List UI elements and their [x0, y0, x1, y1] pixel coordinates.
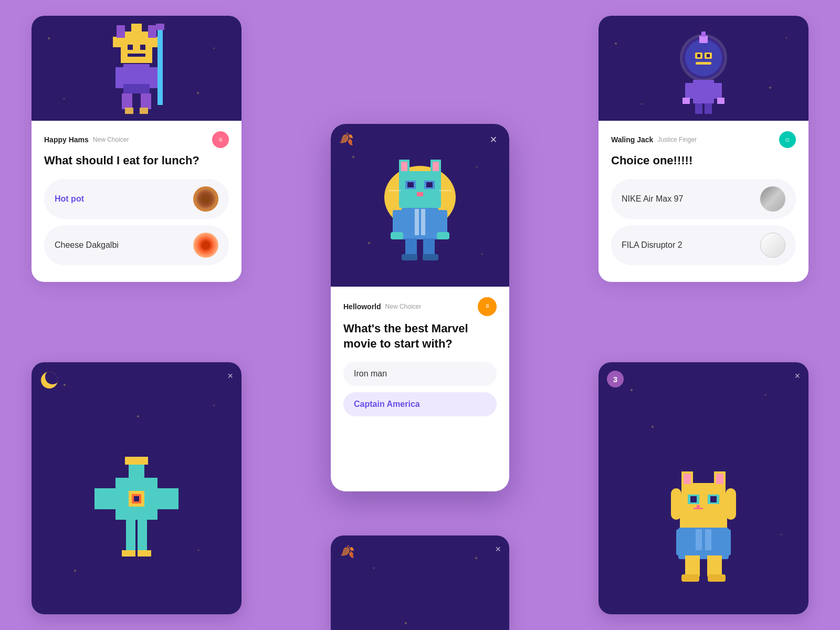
svg-rect-57: [710, 496, 717, 502]
center-choice-item-1[interactable]: Iron man: [343, 362, 497, 386]
svg-rect-85: [402, 208, 438, 239]
svg-rect-86: [415, 209, 419, 235]
svg-rect-10: [123, 84, 150, 93]
card-bottom-center: 🍂 ×: [331, 536, 509, 630]
star-decoration: [780, 533, 782, 536]
star-decoration: [197, 549, 200, 551]
star-decoration: [74, 569, 77, 572]
svg-rect-27: [699, 36, 708, 43]
choice-item-nike[interactable]: NIKE Air Max 97: [611, 179, 796, 219]
svg-rect-25: [707, 54, 710, 57]
svg-rect-64: [676, 529, 690, 555]
svg-rect-17: [117, 25, 125, 38]
close-button-bottom-center[interactable]: ×: [495, 544, 501, 555]
user-badge-right: ☺: [779, 131, 796, 148]
card-username-right: Waling Jack: [611, 135, 653, 144]
center-card-meta: Helloworld New Choicer ⠿: [343, 297, 497, 316]
svg-rect-68: [685, 555, 700, 576]
svg-rect-91: [437, 232, 449, 239]
pixel-character-totem: [84, 436, 189, 604]
close-button-bottom-right[interactable]: ×: [794, 371, 800, 382]
svg-rect-24: [697, 54, 700, 57]
svg-rect-42: [129, 462, 144, 480]
center-choice-item-2[interactable]: Captain America: [343, 392, 497, 416]
badge-icon-right: ☺: [784, 136, 791, 143]
card-content: Happy Hams New Choicer ≡ What should I e…: [32, 121, 242, 282]
svg-rect-30: [685, 83, 695, 99]
moon-icon: [41, 372, 58, 388]
choice-item-fila[interactable]: FILA Disruptor 2: [611, 225, 796, 265]
choice-label-1: Hot pot: [55, 194, 84, 204]
number-badge: 3: [607, 371, 624, 387]
star-decoration: [640, 103, 643, 105]
star-decoration: [373, 567, 375, 569]
svg-rect-62: [726, 488, 736, 520]
close-button-bottom-left[interactable]: ×: [227, 371, 233, 382]
app-background: Happy Hams New Choicer ≡ What should I e…: [0, 0, 840, 630]
svg-rect-6: [128, 54, 145, 57]
star-decoration: [196, 91, 200, 94]
svg-rect-87: [421, 209, 425, 235]
svg-rect-83: [439, 190, 452, 191]
svg-rect-26: [696, 62, 711, 65]
user-badge: ≡: [212, 131, 229, 148]
card-tag-right: Justice Finger: [657, 136, 697, 143]
svg-rect-56: [690, 496, 697, 502]
svg-rect-53: [716, 474, 723, 484]
svg-rect-71: [708, 574, 726, 582]
choice-image-2: [193, 233, 218, 258]
svg-rect-92: [405, 238, 417, 257]
svg-rect-70: [681, 574, 699, 582]
poll-question: What should I eat for lunch?: [44, 153, 229, 169]
svg-rect-58: [697, 505, 700, 508]
pixel-character-robot: [656, 26, 751, 121]
svg-rect-61: [671, 488, 681, 520]
choice-item-2[interactable]: Cheese Dakgalbi: [44, 225, 229, 265]
star-decoration: [47, 37, 50, 40]
svg-rect-66: [696, 529, 702, 550]
poll-question-right: Choice one!!!!!: [611, 153, 796, 169]
svg-rect-14: [141, 93, 151, 109]
card-art-area-right: [598, 16, 808, 121]
center-choice-label-2: Captain America: [354, 400, 420, 409]
center-card-content: Helloworld New Choicer ⠿ What's the best…: [331, 287, 509, 491]
star-decoration: [785, 37, 788, 39]
star-decoration: [476, 166, 478, 168]
svg-rect-35: [705, 103, 712, 114]
svg-rect-11: [158, 26, 163, 105]
svg-rect-95: [423, 254, 438, 260]
badge-dots-icon: ⠿: [486, 304, 489, 309]
center-poll-question: What's the best Marvel movie to start wi…: [343, 321, 497, 351]
svg-rect-93: [423, 238, 435, 257]
card-bottom-right: 3 ×: [598, 362, 808, 614]
svg-rect-13: [122, 93, 132, 109]
svg-rect-60: [698, 508, 703, 509]
badge-icon: ≡: [218, 136, 222, 143]
center-user-badge: ⠿: [478, 297, 497, 316]
svg-rect-12: [156, 24, 164, 30]
svg-rect-37: [94, 488, 126, 509]
svg-rect-90: [391, 232, 403, 239]
card-art-area: [32, 16, 242, 121]
close-button-center[interactable]: ×: [486, 132, 501, 147]
svg-rect-76: [401, 162, 407, 171]
pixel-character-sun: [84, 21, 189, 121]
svg-rect-41: [134, 496, 139, 501]
svg-rect-47: [138, 550, 151, 556]
pixel-character-cat-bottom: [646, 452, 761, 609]
center-card-marvel-poll: 🍂 ×: [331, 124, 509, 491]
svg-rect-69: [707, 555, 722, 576]
choice-image-1: [193, 186, 218, 212]
star-decoration: [769, 86, 772, 89]
svg-point-21: [685, 39, 722, 76]
svg-rect-5: [140, 45, 145, 50]
svg-rect-16: [140, 108, 148, 114]
svg-rect-88: [393, 210, 403, 234]
choice-item-1[interactable]: Hot pot: [44, 179, 229, 219]
star-decoration: [764, 394, 766, 396]
svg-rect-45: [138, 520, 147, 551]
svg-rect-65: [717, 529, 731, 555]
svg-rect-44: [126, 520, 135, 551]
svg-rect-15: [125, 108, 133, 114]
center-card-tag: New Choicer: [385, 303, 422, 310]
